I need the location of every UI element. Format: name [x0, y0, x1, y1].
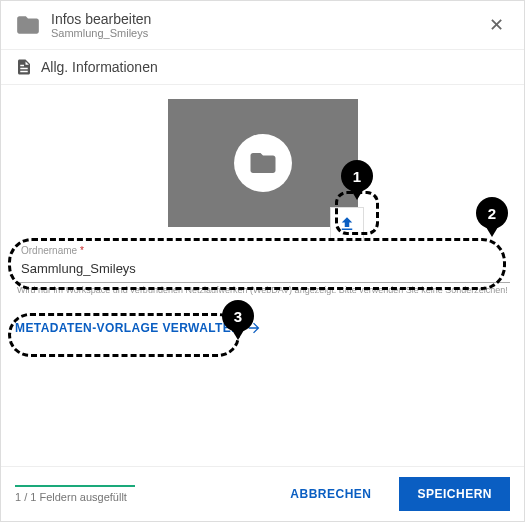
edit-info-dialog: Infos bearbeiten Sammlung_Smileys ✕ Allg…: [0, 0, 525, 522]
document-icon: [15, 58, 33, 76]
dialog-footer: 1 / 1 Feldern ausgefüllt ABBRECHEN SPEIC…: [1, 466, 524, 521]
progress-bar: [15, 485, 135, 487]
folder-name-input[interactable]: [15, 247, 510, 283]
upload-icon: [338, 215, 356, 233]
preview-circle: [234, 134, 292, 192]
manage-link-label: METADATEN-VORLAGE VERWALTEN: [15, 321, 240, 335]
folder-name-hint: Wird nur im Workspace und verbundenen Ne…: [15, 285, 510, 296]
progress-text: 1 / 1 Feldern ausgefüllt: [15, 491, 262, 503]
section-bar: Allg. Informationen: [1, 50, 524, 85]
folder-name-field-wrap: Ordnername * Wird nur im Workspace und v…: [15, 247, 510, 296]
section-title: Allg. Informationen: [41, 59, 158, 75]
folder-icon: [248, 148, 278, 178]
dialog-header: Infos bearbeiten Sammlung_Smileys ✕: [1, 1, 524, 50]
save-button[interactable]: SPEICHERN: [399, 477, 510, 511]
close-button[interactable]: ✕: [482, 11, 510, 39]
progress-area: 1 / 1 Feldern ausgefüllt: [15, 485, 262, 503]
required-mark: *: [80, 245, 84, 256]
dialog-body: Ordnername * Wird nur im Workspace und v…: [1, 85, 524, 466]
cancel-button[interactable]: ABBRECHEN: [272, 477, 389, 511]
preview-area: [168, 99, 358, 227]
manage-metadata-template-link[interactable]: METADATEN-VORLAGE VERWALTEN: [15, 320, 262, 336]
header-text: Infos bearbeiten Sammlung_Smileys: [51, 11, 482, 39]
arrow-right-icon: [246, 320, 262, 336]
close-icon: ✕: [489, 14, 504, 36]
upload-image-button[interactable]: [330, 207, 364, 241]
label-text: Ordnername: [21, 245, 77, 256]
dialog-title: Infos bearbeiten: [51, 11, 482, 27]
folder-icon: [15, 12, 41, 38]
progress-fill: [15, 485, 135, 487]
folder-name-label: Ordnername *: [21, 245, 84, 256]
dialog-subtitle: Sammlung_Smileys: [51, 27, 482, 39]
